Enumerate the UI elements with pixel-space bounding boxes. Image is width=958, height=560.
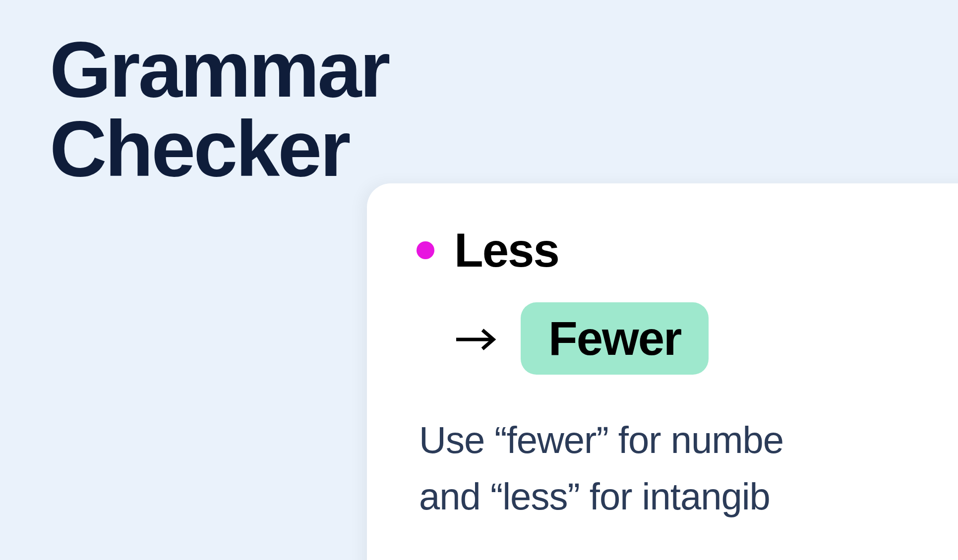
suggestion-row: Fewer <box>454 302 958 375</box>
explanation-line-1: Use “fewer” for numbe <box>419 419 783 461</box>
correct-word: Fewer <box>548 312 681 365</box>
title-line-1: Grammar <box>50 25 388 113</box>
suggestion-header: Less <box>417 223 958 278</box>
suggestion-card[interactable]: Less Fewer Use “fewer” for numbe and “le… <box>367 183 958 560</box>
explanation-text: Use “fewer” for numbe and “less” for int… <box>419 412 958 525</box>
incorrect-word: Less <box>454 223 559 278</box>
explanation-line-2: and “less” for intangib <box>419 475 770 517</box>
bullet-dot-icon <box>417 241 434 259</box>
title-line-2: Checker <box>50 104 349 193</box>
correct-word-badge[interactable]: Fewer <box>521 302 709 375</box>
page-title: Grammar Checker <box>50 30 388 188</box>
arrow-right-icon <box>454 319 498 358</box>
